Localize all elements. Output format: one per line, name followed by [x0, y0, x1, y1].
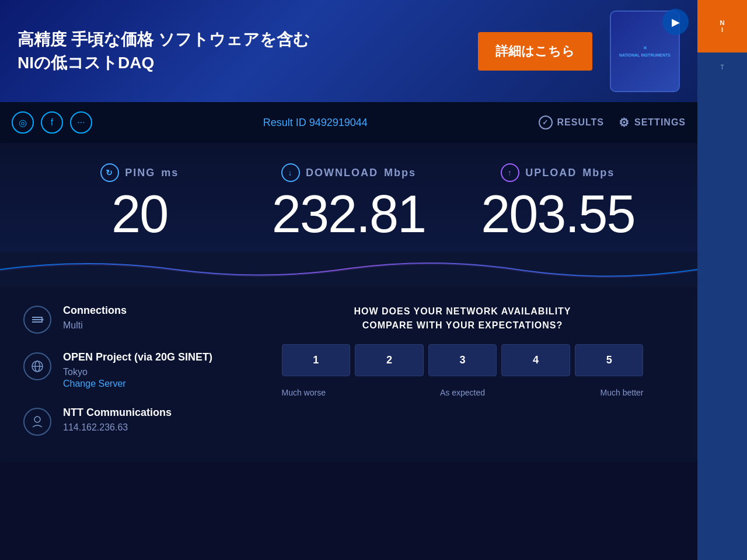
- main-panel: ↻ PING ms 20 ↓ DOWNLOAD Mbps 232.81 ↑ UP…: [0, 143, 697, 462]
- download-value: 232.81: [244, 188, 453, 240]
- ad-device-brand: ✕ NATIONAL INSTRUMENTS: [619, 46, 671, 57]
- right-survey: HOW DOES YOUR NETWORK AVAILABILITYCOMPAR…: [251, 304, 674, 444]
- connections-content: Connections Multi: [63, 304, 228, 332]
- survey-btn-4[interactable]: 4: [501, 344, 570, 376]
- isp-row: NTT Communications 114.162.236.63: [23, 407, 228, 436]
- results-icon: ✓: [539, 116, 553, 130]
- more-icon[interactable]: ···: [70, 111, 92, 134]
- upload-label: ↑ UPLOAD Mbps: [453, 163, 662, 182]
- survey-label-right: Much better: [523, 388, 644, 397]
- header-nav: ✓ RESULTS ⚙ SETTINGS: [539, 116, 686, 130]
- upload-value: 203.55: [453, 188, 662, 240]
- ad-cta-button[interactable]: 詳細はこちら: [478, 32, 592, 71]
- survey-btn-1[interactable]: 1: [282, 344, 351, 376]
- left-info: Connections Multi OPEN Project (via 20G …: [23, 304, 228, 444]
- ping-icon: ↻: [100, 163, 119, 182]
- svg-marker-3: [41, 317, 44, 322]
- speed-display: ↻ PING ms 20 ↓ DOWNLOAD Mbps 232.81 ↑ UP…: [0, 143, 697, 252]
- isp-icon: [23, 408, 51, 436]
- ping-label: ↻ PING ms: [35, 163, 244, 182]
- connections-row: Connections Multi: [23, 304, 228, 334]
- survey-label-left: Much worse: [282, 388, 403, 397]
- upload-icon: ↑: [501, 163, 519, 182]
- ad-text: 高精度 手頃な価格 ソフトウェアを含む NIの低コストDAQ: [18, 28, 460, 74]
- connections-title: Connections: [63, 304, 228, 317]
- settings-nav-item[interactable]: ⚙ SETTINGS: [619, 116, 686, 130]
- server-location: Tokyo: [63, 366, 228, 379]
- settings-icon: ⚙: [619, 116, 630, 130]
- upload-section: ↑ UPLOAD Mbps 203.55: [453, 163, 662, 240]
- survey-buttons: 1 2 3 4 5: [282, 344, 644, 376]
- right-sidebar: NI T: [697, 0, 747, 560]
- connections-icon: [23, 306, 51, 334]
- download-label: ↓ DOWNLOAD Mbps: [244, 163, 453, 182]
- isp-content: NTT Communications 114.162.236.63: [63, 407, 228, 434]
- ping-section: ↻ PING ms 20: [35, 163, 244, 240]
- ad-banner: 高精度 手頃な価格 ソフトウェアを含む NIの低コストDAQ 詳細はこちら ✕ …: [0, 0, 697, 102]
- survey-label-center: As expected: [402, 388, 523, 397]
- survey-btn-3[interactable]: 3: [428, 344, 497, 376]
- result-id-display: Result ID 9492919044: [104, 117, 527, 129]
- connections-value: Multi: [63, 319, 228, 332]
- results-nav-item[interactable]: ✓ RESULTS: [539, 116, 604, 130]
- server-name: OPEN Project (via 20G SINET): [63, 351, 228, 363]
- download-icon: ↓: [281, 163, 300, 182]
- survey-question: HOW DOES YOUR NETWORK AVAILABILITYCOMPAR…: [354, 304, 571, 332]
- info-section: Connections Multi OPEN Project (via 20G …: [0, 287, 697, 462]
- download-section: ↓ DOWNLOAD Mbps 232.81: [244, 163, 453, 240]
- survey-btn-2[interactable]: 2: [355, 344, 424, 376]
- survey-btn-5[interactable]: 5: [575, 344, 644, 376]
- server-content: OPEN Project (via 20G SINET) Tokyo Chang…: [63, 351, 228, 389]
- server-icon: [23, 352, 51, 380]
- right-sidebar-top: NI: [697, 0, 747, 52]
- header-bar: ◎ f ··· Result ID 9492919044 ✓ RESULTS ⚙…: [0, 102, 697, 143]
- facebook-icon[interactable]: f: [41, 111, 63, 134]
- social-icons: ◎ f ···: [12, 111, 92, 134]
- isp-ip: 114.162.236.63: [63, 421, 228, 434]
- survey-labels: Much worse As expected Much better: [282, 388, 644, 397]
- isp-name: NTT Communications: [63, 407, 228, 419]
- speedtest-icon[interactable]: ◎: [12, 111, 34, 134]
- right-sidebar-content: T: [697, 52, 747, 560]
- svg-point-7: [34, 416, 40, 422]
- ping-value: 20: [35, 188, 244, 240]
- ad-play-button[interactable]: ▶: [662, 9, 689, 35]
- wave-line: [0, 252, 697, 287]
- change-server-link[interactable]: Change Server: [63, 379, 126, 388]
- server-row: OPEN Project (via 20G SINET) Tokyo Chang…: [23, 351, 228, 389]
